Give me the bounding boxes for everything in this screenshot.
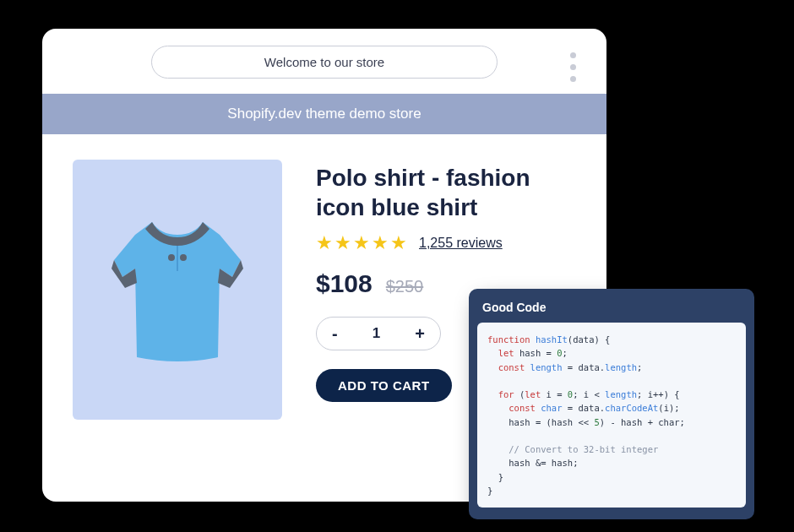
add-to-cart-button[interactable]: ADD TO CART xyxy=(316,369,452,402)
quantity-stepper[interactable]: - 1 + xyxy=(316,317,441,350)
polo-shirt-icon xyxy=(101,205,253,374)
star-icon: ★ xyxy=(316,232,333,254)
star-icon: ★ xyxy=(390,232,407,254)
star-icon: ★ xyxy=(353,232,370,254)
compare-at-price: $250 xyxy=(386,277,424,296)
product-price: $108 xyxy=(316,269,373,298)
svg-point-2 xyxy=(180,254,187,261)
svg-point-1 xyxy=(168,254,175,261)
quantity-decrease-button[interactable]: - xyxy=(332,324,338,344)
star-icon: ★ xyxy=(372,232,389,254)
quantity-value: 1 xyxy=(373,325,380,342)
star-icon: ★ xyxy=(334,232,351,254)
code-panel: Good Code function hashIt(data) { let ha… xyxy=(469,289,754,519)
reviews-link[interactable]: 1,255 reviews xyxy=(419,236,503,251)
product-image xyxy=(73,160,282,420)
quantity-increase-button[interactable]: + xyxy=(415,324,425,344)
product-title: Polo shirt - fashion icon blue shirt xyxy=(316,163,576,222)
code-panel-title: Good Code xyxy=(477,297,746,323)
header-area: Welcome to our store xyxy=(42,29,606,94)
welcome-message: Welcome to our store xyxy=(151,46,498,79)
rating-row: ★ ★ ★ ★ ★ 1,255 reviews xyxy=(316,232,576,254)
code-block: function hashIt(data) { let hash = 0; co… xyxy=(477,323,746,508)
kebab-menu-icon[interactable] xyxy=(570,52,576,82)
star-rating: ★ ★ ★ ★ ★ xyxy=(316,232,407,254)
store-banner: Shopify.dev theme demo store xyxy=(42,94,606,134)
